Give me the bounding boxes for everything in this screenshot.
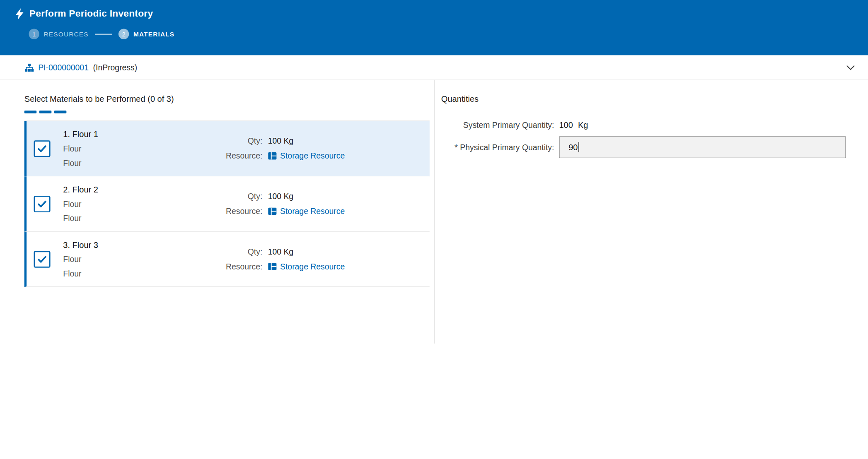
material-meta: Qty: 100 Kg Resource: bbox=[225, 134, 345, 163]
step-number-badge: 1 bbox=[29, 29, 39, 39]
material-detail: Flour bbox=[63, 141, 225, 156]
context-bar: PI-000000001 (InProgress) bbox=[0, 55, 868, 80]
physical-quantity-label: *Physical Primary Quantity: bbox=[441, 142, 554, 152]
main-content: Select Materials to be Performed (0 of 3… bbox=[0, 80, 868, 344]
storage-resource-link[interactable]: Storage Resource bbox=[280, 149, 345, 163]
selection-progress-segment bbox=[39, 111, 51, 113]
material-info: 1. Flour 1 Flour Flour bbox=[63, 127, 225, 170]
material-list: 1. Flour 1 Flour Flour Qty: 100 Kg Resou… bbox=[24, 120, 430, 287]
material-checkbox[interactable] bbox=[34, 195, 51, 212]
material-detail: Flour bbox=[63, 211, 225, 226]
qty-value: 100 Kg bbox=[268, 134, 293, 149]
context-expand-toggle[interactable] bbox=[845, 62, 856, 72]
physical-quantity-value: 90 bbox=[568, 142, 578, 152]
material-item[interactable]: 3. Flour 3 Flour Flour Qty: 100 Kg Resou… bbox=[24, 232, 430, 287]
physical-quantity-row: *Physical Primary Quantity: 90 bbox=[441, 136, 846, 158]
storage-resource-icon bbox=[268, 151, 277, 160]
material-checkbox[interactable] bbox=[34, 251, 51, 267]
qty-label: Qty: bbox=[225, 244, 262, 259]
wizard-steps: 1 RESOURCES 2 MATERIALS bbox=[29, 29, 868, 39]
resource-label: Resource: bbox=[225, 204, 262, 219]
quantities-panel: Quantities System Primary Quantity: 100 … bbox=[435, 80, 868, 344]
physical-primary-quantity-input[interactable]: 90 bbox=[559, 136, 846, 158]
lightning-bolt-icon bbox=[15, 8, 24, 19]
material-title: 3. Flour 3 bbox=[63, 238, 225, 252]
check-icon bbox=[36, 143, 48, 154]
material-info: 2. Flour 2 Flour Flour bbox=[63, 182, 225, 225]
resource-label: Resource: bbox=[225, 149, 262, 163]
perform-periodic-inventory-wizard: Perform Periodic Inventory 1 RESOURCES 2… bbox=[0, 0, 868, 344]
storage-resource-link[interactable]: Storage Resource bbox=[280, 204, 345, 219]
qty-label: Qty: bbox=[225, 189, 262, 204]
material-checkbox[interactable] bbox=[34, 140, 51, 157]
selection-progress-segment bbox=[54, 111, 66, 113]
materials-panel: Select Materials to be Performed (0 of 3… bbox=[0, 80, 435, 344]
system-quantity-value: 100 Kg bbox=[559, 120, 588, 130]
step-label: RESOURCES bbox=[44, 31, 89, 37]
storage-resource-link[interactable]: Storage Resource bbox=[280, 259, 345, 274]
material-meta: Qty: 100 Kg Resource: bbox=[225, 244, 345, 274]
qty-value: 100 Kg bbox=[268, 189, 293, 204]
hierarchy-icon bbox=[25, 63, 34, 72]
step-label: MATERIALS bbox=[133, 31, 174, 37]
step-number-badge: 2 bbox=[118, 29, 129, 39]
material-item[interactable]: 2. Flour 2 Flour Flour Qty: 100 Kg Resou… bbox=[24, 176, 430, 232]
material-title: 1. Flour 1 bbox=[63, 127, 225, 142]
inventory-id-link[interactable]: PI-000000001 bbox=[38, 63, 89, 72]
check-icon bbox=[36, 254, 48, 265]
chevron-down-icon bbox=[845, 62, 856, 72]
material-title: 2. Flour 2 bbox=[63, 182, 225, 197]
system-quantity-row: System Primary Quantity: 100 Kg bbox=[441, 120, 846, 130]
qty-value: 100 Kg bbox=[268, 244, 293, 259]
inventory-status: (InProgress) bbox=[93, 63, 138, 72]
selection-progress bbox=[24, 111, 430, 113]
material-detail: Flour bbox=[63, 197, 225, 211]
storage-resource-icon bbox=[268, 262, 277, 271]
text-caret bbox=[578, 142, 579, 152]
system-quantity-number: 100 bbox=[559, 120, 573, 130]
material-detail: Flour bbox=[63, 266, 225, 281]
step-materials[interactable]: 2 MATERIALS bbox=[118, 29, 174, 39]
required-marker: * bbox=[455, 142, 458, 152]
selection-progress-segment bbox=[24, 111, 36, 113]
step-connector-line bbox=[95, 34, 112, 35]
storage-resource-icon bbox=[268, 207, 277, 216]
resource-label: Resource: bbox=[225, 259, 262, 274]
material-info: 3. Flour 3 Flour Flour bbox=[63, 238, 225, 281]
check-icon bbox=[36, 198, 48, 209]
step-resources[interactable]: 1 RESOURCES bbox=[29, 29, 88, 39]
material-meta: Qty: 100 Kg Resource: bbox=[225, 189, 345, 219]
wizard-header: Perform Periodic Inventory 1 RESOURCES 2… bbox=[0, 0, 868, 55]
system-quantity-unit: Kg bbox=[578, 120, 588, 130]
material-detail: Flour bbox=[63, 156, 225, 170]
quantities-panel-heading: Quantities bbox=[441, 94, 846, 103]
materials-panel-heading: Select Materials to be Performed (0 of 3… bbox=[24, 94, 430, 103]
material-detail: Flour bbox=[63, 252, 225, 267]
qty-label: Qty: bbox=[225, 134, 262, 149]
system-quantity-label: System Primary Quantity: bbox=[441, 120, 554, 129]
material-item[interactable]: 1. Flour 1 Flour Flour Qty: 100 Kg Resou… bbox=[24, 121, 430, 177]
page-title: Perform Periodic Inventory bbox=[29, 8, 153, 19]
